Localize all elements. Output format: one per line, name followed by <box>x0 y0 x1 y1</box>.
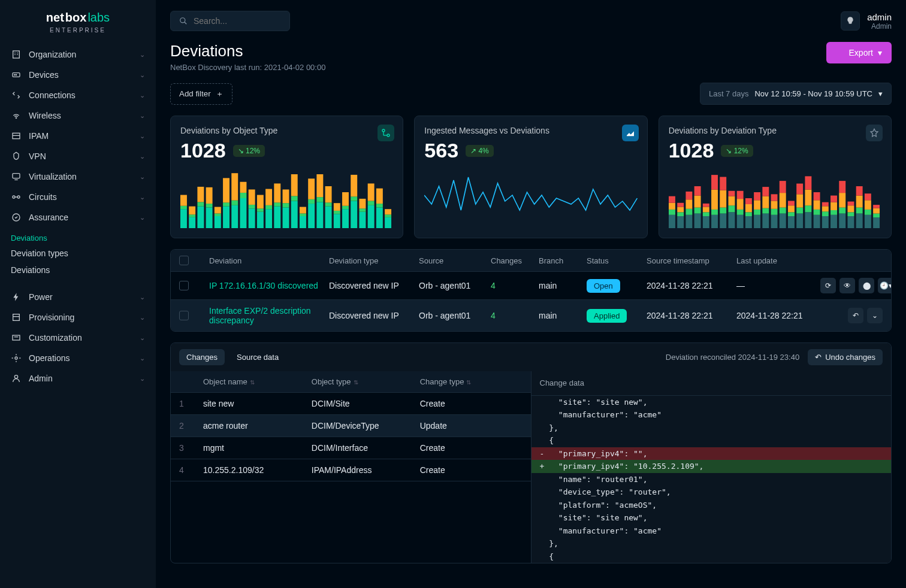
sidebar-item-provisioning[interactable]: Provisioning⌄ <box>0 307 156 328</box>
svg-rect-67 <box>283 189 289 203</box>
svg-rect-122 <box>703 207 709 212</box>
tab-changes[interactable]: Changes <box>179 349 225 365</box>
deviation-link[interactable]: Interface EXP/2 description discrepancy <box>209 306 323 325</box>
table-row[interactable]: Interface EXP/2 description discrepancy … <box>171 299 891 331</box>
assur-icon <box>11 212 22 223</box>
svg-rect-148 <box>762 214 769 228</box>
chevron-down-icon: ⌄ <box>140 173 145 181</box>
sidebar-item-organization[interactable]: Organization⌄ <box>0 44 156 65</box>
export-button[interactable]: Export ▾ <box>826 42 892 63</box>
svg-rect-78 <box>316 197 323 202</box>
svg-rect-112 <box>685 215 692 228</box>
svg-rect-91 <box>351 175 357 196</box>
diff-line: - "primary_ipv4": "", <box>531 447 892 460</box>
sidebar-item-connections[interactable]: Connections⌄ <box>0 85 156 105</box>
deviation-link[interactable]: IP 172.16.16.1/30 discovered <box>209 281 323 290</box>
more-action[interactable]: ⌄ <box>867 308 883 323</box>
svg-rect-160 <box>788 216 795 228</box>
vpn-icon <box>11 151 22 162</box>
svg-rect-64 <box>274 183 280 202</box>
user-role: Admin <box>871 22 892 31</box>
table-row[interactable]: IP 172.16.16.1/30 discovered Discovered … <box>171 271 891 299</box>
svg-rect-69 <box>291 196 298 201</box>
diff-line: + "primary_ipv4": "10.255.2.109", <box>531 460 892 473</box>
svg-rect-126 <box>711 190 718 210</box>
svg-rect-73 <box>300 207 306 214</box>
row-checkbox[interactable] <box>179 311 189 320</box>
tab-source-data[interactable]: Source data <box>229 349 286 365</box>
search-input[interactable] <box>194 16 281 26</box>
svg-rect-159 <box>779 181 786 193</box>
svg-rect-99 <box>376 204 383 207</box>
svg-rect-40 <box>206 187 213 204</box>
record-action[interactable]: ⬤ <box>859 278 874 293</box>
svg-rect-37 <box>197 187 204 202</box>
sidebar-item-assurance[interactable]: Assurance⌄ <box>0 207 156 228</box>
page-title: Deviations <box>170 42 325 60</box>
svg-rect-105 <box>669 210 675 215</box>
svg-rect-56 <box>257 212 264 228</box>
sidebar-item-circuits[interactable]: Circuits⌄ <box>0 187 156 207</box>
svg-rect-118 <box>694 196 700 208</box>
user-name: admin <box>867 12 892 22</box>
chevron-down-icon: ▾ <box>878 48 882 57</box>
virt-icon <box>11 171 22 182</box>
svg-rect-55 <box>249 189 255 204</box>
svg-rect-157 <box>779 208 786 214</box>
svg-rect-101 <box>385 217 391 228</box>
chevron-down-icon: ▾ <box>878 89 883 98</box>
svg-rect-53 <box>249 208 255 228</box>
svg-rect-121 <box>703 212 709 216</box>
history-action[interactable]: 🕘▾ <box>878 278 892 293</box>
svg-rect-68 <box>291 201 298 228</box>
row-checkbox[interactable] <box>179 281 189 290</box>
svg-rect-88 <box>342 192 349 206</box>
svg-rect-38 <box>206 207 213 228</box>
select-all-checkbox[interactable] <box>179 256 189 265</box>
svg-rect-158 <box>779 193 786 207</box>
svg-rect-153 <box>771 209 777 215</box>
card-title: Deviations by Deviation Type <box>669 126 881 135</box>
delta-chip: ↗ 4% <box>466 145 494 157</box>
svg-rect-111 <box>677 203 684 207</box>
sidebar-item-vpn[interactable]: VPN⌄ <box>0 146 156 166</box>
sidebar-item-operations[interactable]: Operations⌄ <box>0 348 156 368</box>
sidebar-item-virtualization[interactable]: Virtualization⌄ <box>0 166 156 187</box>
ops-icon <box>11 353 22 363</box>
diff-line: "manufacturer": "acme" <box>531 525 892 538</box>
chevron-down-icon: ⌄ <box>140 132 145 140</box>
sidebar-item-power[interactable]: Power⌄ <box>0 287 156 307</box>
svg-rect-72 <box>300 213 306 216</box>
sidebar-item-wireless[interactable]: Wireless⌄ <box>0 105 156 126</box>
hide-action[interactable]: 👁 <box>839 278 855 293</box>
undo-changes-button[interactable]: ↶ Undo changes <box>808 349 883 365</box>
sidebar-item-admin[interactable]: Admin⌄ <box>0 368 156 389</box>
diff-line: "site": "site new", <box>531 396 892 409</box>
nav-sub-deviations[interactable]: Deviations <box>0 262 156 278</box>
chevron-down-icon: ⌄ <box>140 214 145 222</box>
object-row[interactable]: 3mgmtDCIM/InterfaceCreate <box>171 437 531 459</box>
svg-rect-186 <box>839 193 845 207</box>
search-input-wrapper[interactable] <box>170 11 290 31</box>
sidebar-item-customization[interactable]: Customization⌄ <box>0 328 156 348</box>
date-range-picker[interactable]: Last 7 days Nov 12 10:59 - Nov 19 10:59 … <box>700 83 892 105</box>
add-filter-button[interactable]: Add filter ＋ <box>170 83 232 105</box>
svg-rect-59 <box>265 209 272 228</box>
mini-chart <box>669 168 881 228</box>
object-row[interactable]: 1site newDCIM/SiteCreate <box>171 393 531 415</box>
refresh-action[interactable]: ⟳ <box>820 278 836 293</box>
user-info[interactable]: admin Admin <box>867 12 892 31</box>
object-row[interactable]: 410.255.2.109/32IPAM/IPAddressCreate <box>171 459 531 481</box>
svg-rect-176 <box>822 216 828 228</box>
svg-rect-32 <box>189 217 195 228</box>
svg-rect-46 <box>223 178 229 202</box>
revert-action[interactable]: ↶ <box>848 308 863 323</box>
svg-rect-142 <box>745 204 752 212</box>
object-row[interactable]: 2acme routerDCIM/DeviceTypeUpdate <box>171 415 531 437</box>
nav-section-deviations: Deviations <box>0 231 156 245</box>
bulb-button[interactable] <box>841 11 860 31</box>
undo-icon: ↶ <box>815 353 822 362</box>
sidebar-item-devices[interactable]: Devices⌄ <box>0 65 156 85</box>
nav-sub-deviation-types[interactable]: Deviation types <box>0 245 156 262</box>
sidebar-item-ipam[interactable]: IPAM⌄ <box>0 126 156 146</box>
